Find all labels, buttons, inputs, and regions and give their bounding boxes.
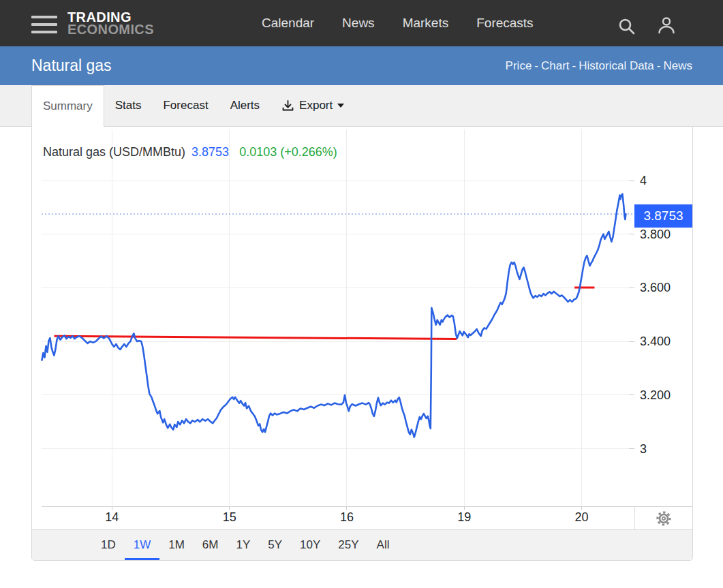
link-price[interactable]: Price xyxy=(506,59,532,72)
y-axis-label: 3.600 xyxy=(640,281,671,294)
primary-nav: Calendar News Markets Forecasts xyxy=(262,0,534,46)
nav-link-markets[interactable]: Markets xyxy=(403,16,449,31)
chart-card: Natural gas (USD/MMBtu) 3.8753 0.0103 (+… xyxy=(31,127,693,561)
main-content: Natural gas (USD/MMBtu) 3.8753 0.0103 (+… xyxy=(0,127,723,588)
range-10y[interactable]: 10Y xyxy=(291,530,329,560)
tab-forecast[interactable]: Forecast xyxy=(152,85,219,126)
price-chart[interactable]: 141516192043.8003.6003.4003.2003 xyxy=(32,127,692,530)
instrument-links: Price-Chart-Historical Data-News xyxy=(506,59,692,73)
range-1m[interactable]: 1M xyxy=(159,530,194,560)
tab-stats[interactable]: Stats xyxy=(104,85,153,126)
y-axis-label: 3.800 xyxy=(640,228,671,241)
current-price-tag: 3.8753 xyxy=(634,204,692,228)
tab-bar: Summary Stats Forecast Alerts Export xyxy=(0,85,723,127)
price-change: 0.0103 (+0.266%) xyxy=(239,145,337,159)
range-all[interactable]: All xyxy=(368,530,399,560)
hamburger-menu-icon[interactable] xyxy=(31,16,57,35)
x-axis-label: 14 xyxy=(105,510,119,524)
price-line-series xyxy=(42,194,626,437)
page-title: Natural gas xyxy=(31,57,112,75)
range-selector-bar: 1D 1W 1M 6M 1Y 5Y 10Y 25Y All xyxy=(32,529,692,560)
y-axis-label: 3.400 xyxy=(640,335,671,348)
x-axis-label: 20 xyxy=(574,510,588,524)
export-dropdown[interactable]: Export xyxy=(271,85,355,126)
search-icon[interactable] xyxy=(617,16,637,37)
range-1y[interactable]: 1Y xyxy=(227,530,259,560)
top-navigation-bar: TRADING ECONOMICS Calendar News Markets … xyxy=(0,0,723,46)
link-historical-data[interactable]: Historical Data xyxy=(579,59,654,72)
tab-summary[interactable]: Summary xyxy=(31,85,104,127)
red-annotation-line xyxy=(54,336,457,339)
last-price: 3.8753 xyxy=(191,145,229,159)
link-chart[interactable]: Chart xyxy=(541,59,570,72)
y-axis-label: 3 xyxy=(640,442,647,456)
tab-alerts[interactable]: Alerts xyxy=(219,85,271,126)
caret-down-icon xyxy=(337,104,344,108)
range-5y[interactable]: 5Y xyxy=(259,530,291,560)
download-icon xyxy=(281,99,294,112)
x-axis-label: 19 xyxy=(457,510,471,524)
link-news[interactable]: News xyxy=(663,59,692,72)
x-axis-label: 16 xyxy=(340,510,354,524)
nav-link-news[interactable]: News xyxy=(342,16,375,31)
range-25y[interactable]: 25Y xyxy=(329,530,367,560)
nav-link-calendar[interactable]: Calendar xyxy=(262,16,314,31)
nav-link-forecasts[interactable]: Forecasts xyxy=(476,16,533,31)
instrument-header-bar: Natural gas Price-Chart-Historical Data-… xyxy=(0,46,723,85)
brand-line2: ECONOMICS xyxy=(67,23,154,35)
quote-row: Natural gas (USD/MMBtu) 3.8753 0.0103 (+… xyxy=(43,145,337,159)
y-axis-label: 3.200 xyxy=(640,388,671,402)
brand-logo[interactable]: TRADING ECONOMICS xyxy=(67,11,154,35)
x-axis-label: 15 xyxy=(223,510,236,524)
range-1d[interactable]: 1D xyxy=(92,530,125,560)
range-1w[interactable]: 1W xyxy=(125,530,160,560)
gear-icon[interactable] xyxy=(656,510,672,527)
y-axis-label: 4 xyxy=(640,174,647,187)
user-icon[interactable] xyxy=(656,15,677,35)
range-6m[interactable]: 6M xyxy=(194,530,228,560)
instrument-label: Natural gas (USD/MMBtu) xyxy=(43,145,185,159)
